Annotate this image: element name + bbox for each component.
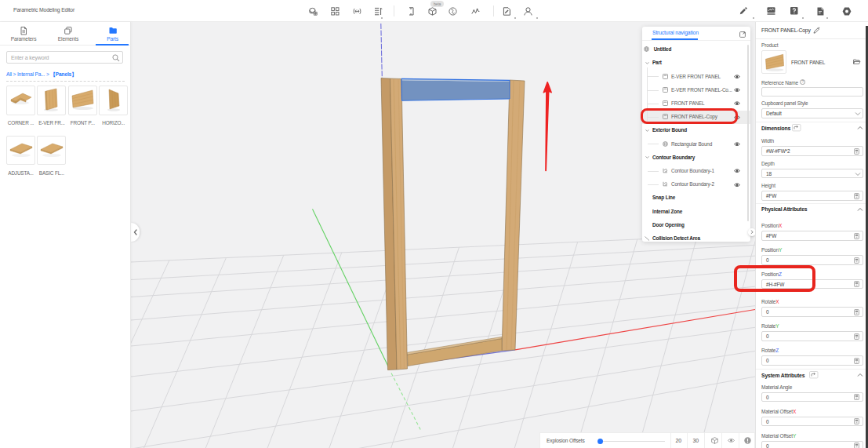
svg-text:?: ? bbox=[801, 80, 804, 84]
